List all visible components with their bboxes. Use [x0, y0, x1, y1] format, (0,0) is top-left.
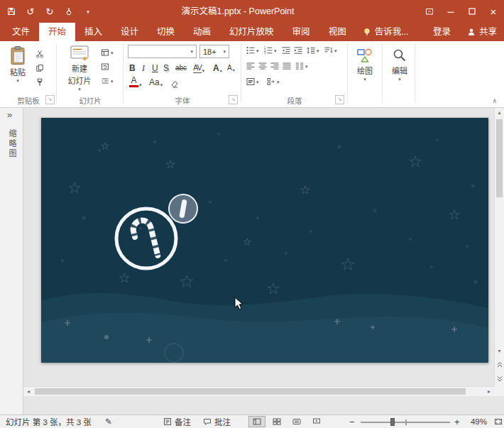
tab-view[interactable]: 视图 — [319, 23, 356, 41]
snow-dot-bright — [104, 335, 109, 339]
reset-slide-button[interactable] — [101, 62, 109, 71]
bullets-button[interactable]: ▾ — [246, 46, 259, 55]
ink-button[interactable]: ✎ — [105, 415, 112, 428]
tab-file[interactable]: 文件 — [3, 23, 39, 41]
scroll-down-button[interactable]: ▾ — [495, 346, 504, 356]
align-text-button[interactable]: ▾ — [246, 77, 259, 86]
change-case-button[interactable]: Aa▾ — [149, 76, 163, 87]
tab-transitions[interactable]: 切换 — [148, 23, 184, 41]
bold-button[interactable]: B — [129, 62, 136, 73]
redo-button[interactable]: ↻ — [44, 6, 55, 17]
minimize-button[interactable]: ─ — [440, 0, 461, 23]
maximize-button[interactable] — [461, 0, 483, 23]
zoom-out-button[interactable]: − — [349, 415, 355, 428]
font-dialog-launcher[interactable]: ↘ — [229, 95, 238, 104]
increase-indent-icon — [294, 46, 302, 55]
thumbnail-pane-collapsed[interactable]: » 缩略图 — [0, 108, 23, 415]
cut-icon — [35, 50, 44, 58]
save-button[interactable] — [6, 6, 17, 17]
italic-button[interactable]: I — [142, 62, 145, 73]
slide-sorter-view-button[interactable] — [268, 416, 285, 427]
strikethrough-button[interactable]: abc — [175, 62, 187, 73]
tab-review[interactable]: 审阅 — [283, 23, 319, 41]
shrink-font-button[interactable]: A▾ — [227, 62, 235, 73]
scroll-right-button[interactable]: ▸ — [484, 387, 494, 397]
expand-pane-icon[interactable]: » — [7, 109, 12, 120]
drawing-group-button[interactable]: 绘图 ▾ — [351, 47, 379, 82]
tab-design[interactable]: 设计 — [111, 23, 148, 41]
cut-button[interactable] — [35, 50, 44, 58]
dropdown-arrow-icon: ▾ — [363, 77, 366, 82]
vertical-scrollbar[interactable]: ▴ ▾ — [494, 108, 504, 386]
font-size-combobox[interactable]: 18+ ▾ — [199, 45, 229, 58]
align-center-button[interactable] — [258, 62, 267, 70]
slides-group-label: 幻灯片 — [57, 95, 123, 106]
close-button[interactable]: × — [483, 0, 504, 23]
text-direction-button[interactable]: ▾ — [324, 46, 337, 55]
next-slide-button[interactable] — [495, 372, 504, 385]
undo-button[interactable]: ↺ — [25, 6, 36, 17]
ribbon-tab-strip: 文件 开始 插入 设计 切换 动画 幻灯片放映 审阅 视图 告诉我... 登录 … — [0, 23, 504, 41]
section-button[interactable]: ▾ — [101, 77, 114, 85]
slide-indicator[interactable]: 幻灯片 第 3 张，共 3 张 — [6, 415, 92, 428]
new-slide-button[interactable]: 新建 幻灯片 ▾ — [62, 45, 97, 92]
title-bar: ↺ ↻ ▾ 演示文稿1.pptx - PowerPoint ─ × — [0, 0, 504, 23]
font-name-combobox[interactable]: ▾ — [128, 45, 197, 58]
copy-button[interactable] — [35, 64, 44, 72]
tab-insert[interactable]: 插入 — [75, 23, 111, 41]
font-color-button[interactable]: A▾ — [129, 76, 142, 87]
zoom-in-button[interactable]: + — [454, 415, 460, 428]
line-spacing-button[interactable]: ▾ — [307, 46, 319, 55]
underline-glyph: U — [152, 63, 158, 73]
grow-font-button[interactable]: A▴ — [213, 62, 222, 73]
editing-group-button[interactable]: 编辑 ▾ — [386, 47, 413, 82]
scroll-up-button[interactable]: ▴ — [495, 108, 504, 118]
zoom-slider-thumb[interactable] — [390, 418, 395, 426]
sign-in-button[interactable]: 登录 — [424, 23, 460, 41]
justify-button[interactable] — [283, 62, 291, 70]
zoom-level[interactable]: 49% — [471, 415, 487, 428]
comments-button[interactable]: 批注 — [203, 415, 231, 428]
tell-me-box[interactable]: 告诉我... — [356, 23, 416, 41]
slide-layout-button[interactable]: ▾ — [101, 48, 114, 57]
slide-canvas[interactable] — [41, 118, 488, 363]
share-button[interactable]: 共享 — [460, 23, 504, 41]
clipboard-dialog-launcher[interactable]: ↘ — [45, 95, 55, 104]
paragraph-group-label: 段落 — [242, 95, 347, 106]
ribbon-display-options-button[interactable] — [419, 0, 440, 23]
dropdown-arrow-icon: ▾ — [274, 48, 277, 53]
slide-show-view-button[interactable] — [308, 416, 325, 427]
decrease-indent-button[interactable] — [282, 46, 290, 55]
paragraph-dialog-launcher[interactable]: ↘ — [335, 95, 344, 104]
zoom-slider-notch — [405, 419, 407, 425]
convert-smartart-button[interactable]: ▾ — [267, 77, 280, 86]
underline-button[interactable]: U — [152, 62, 158, 73]
fit-to-window-icon — [494, 417, 503, 426]
align-left-button[interactable] — [246, 62, 255, 70]
tab-animations[interactable]: 动画 — [184, 23, 220, 41]
horizontal-scrollbar[interactable]: ◂ ▸ — [23, 386, 494, 396]
text-shadow-button[interactable]: S — [163, 62, 169, 73]
tab-home[interactable]: 开始 — [39, 23, 75, 41]
columns-button[interactable]: ▾ — [295, 62, 308, 70]
fit-slide-to-window-button[interactable] — [490, 416, 504, 427]
align-right-button[interactable] — [270, 62, 279, 70]
previous-slide-button[interactable] — [495, 358, 504, 371]
scroll-left-button[interactable]: ◂ — [23, 387, 33, 397]
format-painter-button[interactable] — [35, 78, 44, 87]
reading-view-button[interactable] — [288, 416, 305, 427]
clear-formatting-button[interactable] — [170, 77, 179, 88]
collapse-ribbon-button[interactable]: ∧ — [492, 97, 497, 104]
dropdown-arrow-icon: ▾ — [139, 82, 142, 87]
numbering-button[interactable]: ▾ — [264, 46, 277, 55]
eraser-icon — [170, 79, 179, 88]
notes-button[interactable]: 备注 — [163, 415, 191, 428]
horizontal-scroll-thumb[interactable] — [35, 388, 466, 395]
normal-view-button[interactable] — [248, 416, 265, 427]
increase-indent-button[interactable] — [294, 46, 302, 55]
character-spacing-button[interactable]: AV▾ — [193, 62, 204, 73]
vertical-scroll-thumb[interactable] — [496, 119, 503, 197]
tab-slide-show[interactable]: 幻灯片放映 — [220, 23, 283, 41]
new-slide-icon — [70, 45, 89, 62]
paste-button[interactable]: 粘贴 ▾ — [4, 45, 31, 83]
